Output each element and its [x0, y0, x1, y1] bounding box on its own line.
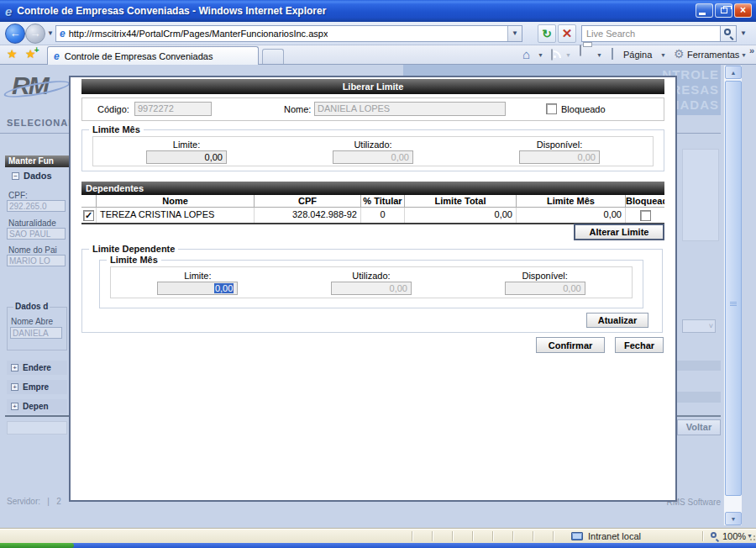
alterar-limite-button[interactable]: Alterar Limite: [574, 224, 664, 240]
row-select-checkbox[interactable]: ✓: [83, 210, 94, 221]
vertical-scrollbar[interactable]: ▲ ▼: [723, 66, 742, 525]
divider: [5, 415, 69, 417]
bg-dropdown-stub: ˅: [682, 319, 716, 333]
selecionar-label: SELECIONAR: [7, 118, 76, 128]
liberar-limite-dialog: Liberar Limite Código: 9972272 Nome: DAN…: [69, 76, 677, 502]
search-options-caret-icon[interactable]: ▼: [737, 25, 750, 42]
status-divider: [412, 531, 413, 541]
expander-endereco[interactable]: + Endere: [7, 361, 67, 375]
codigo-field: 9972272: [134, 102, 212, 116]
stop-button[interactable]: ✕: [558, 24, 576, 43]
bg-bar: [672, 361, 721, 371]
print-button[interactable]: [580, 45, 581, 55]
limite-mes-fieldset: Limite Mês Limite: 0,00 Utilizado: 0,00 …: [81, 129, 664, 171]
expand-icon[interactable]: +: [11, 383, 18, 391]
search-button[interactable]: [720, 25, 737, 42]
bg-bar: [672, 392, 721, 403]
scroll-up-button[interactable]: ▲: [725, 66, 742, 79]
tools-menu-label: Ferramentas: [687, 50, 739, 60]
start-button-fragment[interactable]: [0, 543, 74, 548]
search-input[interactable]: Live Search: [581, 25, 721, 42]
home-caret-icon[interactable]: ▼: [538, 52, 543, 58]
page-menu-label: Página: [623, 50, 652, 60]
restore-icon: [721, 8, 727, 13]
window-title: Controle de Empresas Conveniadas - Windo…: [17, 5, 326, 17]
tab-bar: ★ ★+ e Controle de Empresas Conveniadas …: [0, 45, 756, 65]
ie-logo-icon: e: [5, 4, 12, 18]
expander-dependentes[interactable]: + Depen: [7, 399, 67, 414]
scroll-down-button[interactable]: ▼: [725, 512, 742, 525]
restore-button[interactable]: [715, 3, 732, 18]
address-field[interactable]: e http://rmscitrix44/PortalCrm/Pages/Man…: [55, 25, 522, 42]
expander-label: Endere: [23, 363, 51, 372]
confirmar-button[interactable]: Confirmar: [536, 337, 605, 353]
feed-button[interactable]: [551, 50, 553, 60]
home-button[interactable]: ⌂: [522, 48, 530, 61]
back-button[interactable]: ←: [5, 24, 25, 44]
col-limite-total: Limite Total: [405, 195, 517, 207]
zoom-level[interactable]: 100%: [722, 531, 746, 541]
nome-label: Nome:: [284, 104, 311, 114]
utilizado-label: Utilizado:: [280, 140, 466, 150]
status-divider: [432, 531, 433, 541]
codigo-label: Código:: [97, 104, 129, 114]
atualizar-button[interactable]: Atualizar: [586, 313, 648, 328]
row-bloqueado-checkbox[interactable]: [640, 210, 651, 221]
bloqueado-label: Bloqueado: [561, 104, 606, 114]
search-placeholder: Live Search: [582, 26, 720, 41]
table-row[interactable]: ✓ TEREZA CRISTINA LOPES 328.042.988-92 0…: [81, 208, 664, 223]
status-divider: [512, 531, 514, 541]
bg-dados-label: Dados: [24, 171, 52, 181]
add-favorite-icon[interactable]: ★+: [25, 47, 36, 61]
nome-field: DANIELA LOPES: [314, 102, 506, 116]
bloqueado-checkbox[interactable]: [546, 103, 557, 114]
nav-history-caret-icon[interactable]: ▼: [47, 29, 54, 37]
limite-input[interactable]: 0,00: [146, 150, 227, 164]
page-content: NTROLE MPRESAS ENIADAS RM SELECIONAR Man…: [0, 65, 756, 528]
page-menu-icon[interactable]: [612, 49, 613, 59]
expand-icon[interactable]: +: [11, 364, 18, 371]
selected-text: 0,00: [214, 283, 234, 293]
refresh-button[interactable]: ↻: [538, 24, 556, 43]
intranet-zone-icon: [571, 532, 583, 540]
bg-pai-label: Nome do Pai: [8, 245, 57, 255]
limite-mes-fields: Limite: 0,00 Utilizado: 0,00 Disponível:…: [92, 136, 654, 166]
tools-menu-icon[interactable]: ⚙: [674, 48, 685, 60]
utilizado-dependente-input: 0,00: [331, 282, 412, 295]
minimize-icon: [699, 13, 706, 15]
expand-icon[interactable]: +: [11, 403, 18, 410]
fechar-button[interactable]: Fechar: [615, 337, 664, 353]
status-divider: [702, 531, 704, 541]
collapse-icon[interactable]: −: [12, 172, 19, 180]
rss-feed-icon: [551, 49, 553, 61]
bg-naturalidade-label: Naturalidade: [8, 219, 56, 228]
print-caret-icon[interactable]: ▼: [596, 52, 602, 58]
tools-menu[interactable]: Ferramentas: [687, 50, 739, 60]
page-menu[interactable]: Página: [623, 50, 652, 60]
status-bar: Intranet local 100% ▼: [0, 528, 756, 543]
favorites-star-icon[interactable]: ★: [7, 47, 18, 61]
scrollbar-thumb[interactable]: [725, 81, 742, 496]
disponivel-dependente-input: 0,00: [505, 282, 585, 295]
close-button[interactable]: ×: [734, 3, 752, 18]
tab-active[interactable]: e Controle de Empresas Conveniadas: [47, 46, 259, 65]
limite-label: Limite:: [111, 271, 285, 281]
resize-grip[interactable]: [748, 535, 755, 542]
page-caret-icon[interactable]: ▼: [660, 52, 666, 58]
limite-dependente-input[interactable]: 0,00: [157, 282, 238, 295]
toolbar-overflow-chevron[interactable]: »: [749, 45, 754, 55]
status-divider: [533, 531, 534, 541]
status-divider: [492, 531, 494, 541]
cell-nome: TEREZA CRISTINA LOPES: [97, 208, 255, 223]
dialog-title-bar: Liberar Limite: [81, 79, 664, 94]
printer-icon: [580, 45, 581, 56]
expander-empresa[interactable]: + Empre: [7, 380, 67, 394]
new-tab-stub[interactable]: [262, 49, 284, 64]
tools-caret-icon[interactable]: ▼: [741, 52, 747, 58]
voltar-button[interactable]: Voltar: [677, 419, 721, 435]
title-bar: e Controle de Empresas Conveniadas - Win…: [0, 0, 756, 22]
forward-button[interactable]: →: [25, 24, 45, 44]
table-header-row: Nome CPF % Titular Limite Total Limite M…: [81, 195, 664, 208]
address-dropdown-icon[interactable]: ▼: [507, 26, 522, 41]
minimize-button[interactable]: [696, 3, 713, 18]
